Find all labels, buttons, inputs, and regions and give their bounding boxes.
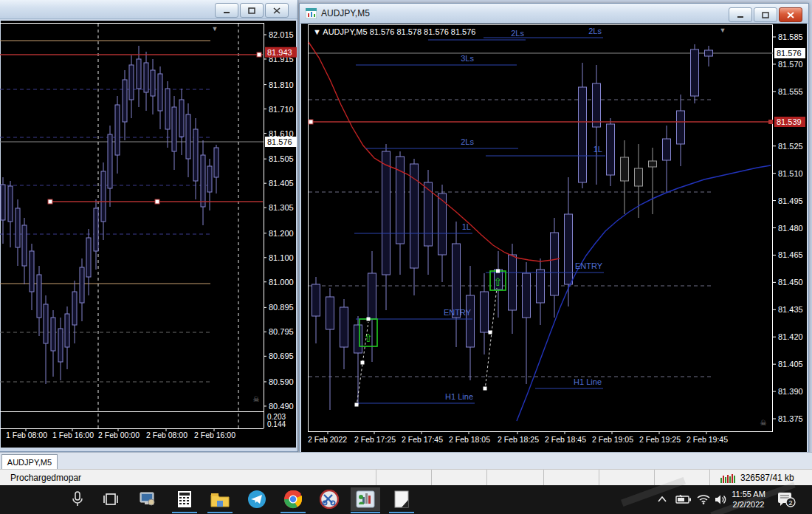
notepad-icon[interactable] — [387, 487, 416, 511]
open-app-indicator — [351, 512, 380, 513]
open-app-indicator — [207, 512, 233, 513]
chrome-icon[interactable] — [278, 487, 308, 511]
calculator-icon[interactable] — [170, 487, 199, 511]
minimize-button[interactable] — [729, 7, 752, 22]
minimize-button[interactable] — [215, 3, 238, 18]
telegram-icon[interactable] — [242, 487, 272, 511]
restore-button[interactable] — [754, 7, 777, 22]
status-account: Prochargedmopar — [10, 473, 81, 483]
status-empty-cell — [376, 470, 432, 486]
left-chart-area[interactable] — [1, 21, 296, 448]
status-traffic: 326587/41 kb — [740, 473, 794, 483]
status-empty-cell — [599, 470, 655, 486]
close-button[interactable] — [265, 3, 289, 18]
left-chart-window — [0, 0, 298, 452]
file-explorer-icon[interactable] — [205, 487, 235, 511]
remote-pc-icon[interactable] — [133, 487, 162, 511]
open-app-indicator — [172, 512, 197, 513]
status-bar: Prochargedmopar 326587/41 kb — [0, 469, 812, 486]
taskbar: 11:55 AM 2/2/2022 2 — [0, 485, 812, 514]
traffic-histogram-icon — [720, 473, 737, 483]
metatrader-icon[interactable] — [351, 487, 380, 511]
close-button[interactable] — [779, 7, 802, 22]
clock-date: 2/2/2022 — [727, 499, 770, 510]
tray-clock[interactable]: 11:55 AM 2/2/2022 — [727, 489, 770, 510]
status-empty-cell — [544, 470, 599, 486]
window-title: AUDJPY,M5 — [321, 8, 370, 18]
status-account-cell: Prochargedmopar — [0, 470, 376, 486]
microphone-icon[interactable] — [63, 487, 92, 511]
desktop: AUDJPY,M5 82.01581.91581.81081.71081.610… — [0, 0, 812, 514]
right-chart-area[interactable] — [301, 24, 807, 456]
tab-audjpy-m5[interactable]: AUDJPY,M5 — [1, 454, 58, 470]
snipping-tool-icon[interactable] — [314, 487, 344, 511]
tray-chevron-icon[interactable] — [651, 487, 673, 511]
right-chart-window: AUDJPY,M5 — [299, 3, 809, 459]
notification-badge: 2 — [788, 499, 792, 507]
clock-time: 11:55 AM — [727, 489, 770, 499]
notification-icon[interactable]: 2 — [771, 487, 801, 511]
status-empty-cell — [487, 470, 544, 486]
maximize-button[interactable] — [240, 3, 264, 18]
chart-tab-bar: AUDJPY,M5 — [0, 452, 812, 470]
task-view-icon[interactable] — [96, 487, 125, 511]
open-app-indicator — [389, 512, 414, 513]
status-traffic-cell: 326587/41 kb — [710, 470, 812, 486]
open-app-indicator — [281, 512, 306, 513]
status-empty-cell — [432, 470, 487, 486]
chart-window-icon — [306, 8, 317, 18]
